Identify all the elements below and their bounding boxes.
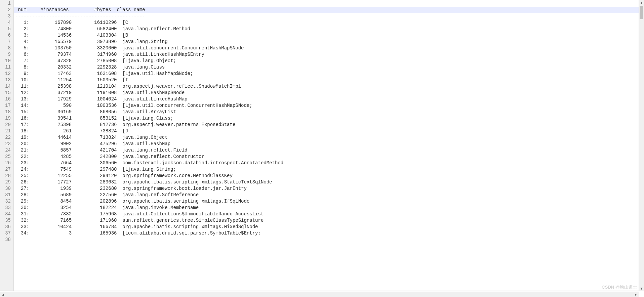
data-row: 5: 103750 3320000 java.util.concurrent.C… <box>14 45 644 51</box>
line-number: 25 <box>2 154 11 160</box>
data-row: 17: 25398 812736 org.aspectj.weaver.patt… <box>14 122 644 128</box>
data-row: 15: 36169 868056 java.util.ArrayList <box>14 109 644 115</box>
data-row: 22: 4285 342800 java.lang.reflect.Constr… <box>14 154 644 160</box>
line-number: 38 <box>2 237 11 243</box>
data-row: 28: 5689 227560 java.lang.ref.SoftRefere… <box>14 192 644 198</box>
line-number: 37 <box>2 230 11 237</box>
scroll-down-icon[interactable]: ▼ <box>639 286 644 291</box>
line-number: 8 <box>2 45 11 51</box>
line-number: 18 <box>2 109 11 115</box>
editor-content[interactable]: num #instances #bytes class name--------… <box>14 0 644 291</box>
data-row: 27: 1939 232680 org.springframework.boot… <box>14 185 644 192</box>
data-row: 32: 7165 171960 sun.reflect.generics.tre… <box>14 217 644 224</box>
line-number: 29 <box>2 179 11 185</box>
line-number: 10 <box>2 58 11 64</box>
data-row: 31: 7332 175968 java.util.Collections$Un… <box>14 211 644 217</box>
line-number: 12 <box>2 71 11 77</box>
data-row: 16: 39541 853152 [Ljava.lang.Class; <box>14 115 644 122</box>
data-row: 24: 7549 297480 [Ljava.lang.String; <box>14 166 644 173</box>
line-number: 1 <box>2 0 11 7</box>
line-number: 35 <box>2 217 11 224</box>
line-number: 27 <box>2 166 11 173</box>
data-row: 13: 17929 1004024 java.util.LinkedHashMa… <box>14 96 644 102</box>
text-editor: 1234567891011121314151617181920212223242… <box>0 0 644 291</box>
line-number: 22 <box>2 134 11 141</box>
line-number: 36 <box>2 224 11 230</box>
data-row: 14: 590 1003536 [Ljava.util.concurrent.C… <box>14 102 644 109</box>
data-row: 10: 11254 1503520 [I <box>14 77 644 83</box>
header-line: num #instances #bytes class name <box>14 7 644 13</box>
line-number: 7 <box>2 39 11 45</box>
data-row: 19: 44614 713824 java.lang.Object <box>14 134 644 141</box>
line-number: 20 <box>2 122 11 128</box>
line-number: 4 <box>2 19 11 26</box>
line-number: 16 <box>2 96 11 102</box>
data-row: 7: 47328 2785008 [Ljava.lang.Object; <box>14 58 644 64</box>
line-number: 24 <box>2 147 11 154</box>
data-row: 21: 5857 421704 java.lang.reflect.Field <box>14 147 644 154</box>
line-number: 2 <box>2 7 11 13</box>
empty-line <box>14 0 644 7</box>
data-row: 12: 37219 1191008 java.util.HashMap$Node <box>14 90 644 96</box>
horizontal-scrollbar[interactable]: ◀ ▶ <box>0 292 639 297</box>
data-row: 4: 165579 3973896 java.lang.String <box>14 39 644 45</box>
data-row: 20: 9902 475296 java.util.HashMap <box>14 141 644 147</box>
line-number: 6 <box>2 32 11 39</box>
data-row: 34: 3 165936 [Lcom.alibaba.druid.sql.par… <box>14 230 644 237</box>
data-row: 18: 261 738824 [J <box>14 128 644 134</box>
line-number-gutter: 1234567891011121314151617181920212223242… <box>0 0 14 291</box>
data-row: 6: 79374 3174960 java.util.LinkedHashMap… <box>14 51 644 58</box>
data-row: 3: 14536 4103304 [B <box>14 32 644 39</box>
separator-line: ----------------------------------------… <box>14 13 644 19</box>
line-number: 3 <box>2 13 11 19</box>
data-row: 1: 167890 16110296 [C <box>14 19 644 26</box>
line-number: 5 <box>2 26 11 32</box>
line-number: 21 <box>2 128 11 134</box>
line-number: 28 <box>2 173 11 179</box>
scroll-left-icon[interactable]: ◀ <box>0 293 5 297</box>
data-row: 25: 12255 294120 org.springframework.cor… <box>14 173 644 179</box>
data-row: 30: 3254 182224 java.lang.invoke.MemberN… <box>14 205 644 211</box>
data-row: 33: 10424 166784 org.apache.ibatis.scrip… <box>14 224 644 230</box>
scroll-right-icon[interactable]: ▶ <box>633 292 639 297</box>
line-number: 31 <box>2 192 11 198</box>
data-row: 11: 25398 1219104 org.aspectj.weaver.ref… <box>14 83 644 90</box>
line-number: 32 <box>2 198 11 205</box>
line-number: 33 <box>2 205 11 211</box>
data-row: 29: 8454 202896 org.apache.ibatis.script… <box>14 198 644 205</box>
data-row: 9: 17463 1631608 [Ljava.util.HashMap$Nod… <box>14 71 644 77</box>
data-row: 8: 20332 2292328 java.lang.Class <box>14 64 644 71</box>
scroll-up-icon[interactable]: ▲ <box>639 0 644 6</box>
line-number: 30 <box>2 185 11 192</box>
data-row: 2: 74800 6582400 java.lang.reflect.Metho… <box>14 26 644 32</box>
vertical-scrollbar-thumb[interactable] <box>640 6 643 19</box>
line-number: 19 <box>2 115 11 122</box>
line-number: 11 <box>2 64 11 71</box>
data-row: 26: 17727 283632 org.apache.ibatis.scrip… <box>14 179 644 185</box>
partial-line <box>14 237 644 243</box>
line-number: 9 <box>2 51 11 58</box>
line-number: 17 <box>2 102 11 109</box>
line-number: 13 <box>2 77 11 83</box>
data-row: 23: 7664 306560 com.fasterxml.jackson.da… <box>14 160 644 166</box>
line-number: 26 <box>2 160 11 166</box>
line-number: 15 <box>2 90 11 96</box>
line-number: 34 <box>2 211 11 217</box>
vertical-scrollbar[interactable]: ▲ ▼ <box>639 0 644 291</box>
line-number: 23 <box>2 141 11 147</box>
line-number: 14 <box>2 83 11 90</box>
